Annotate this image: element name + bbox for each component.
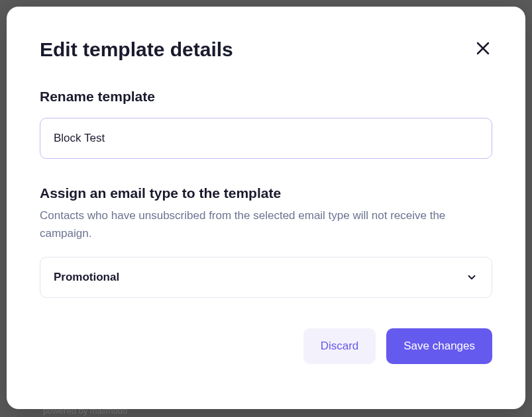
modal-actions: Discard Save changes <box>40 328 492 364</box>
chevron-down-icon <box>465 271 478 284</box>
save-changes-button[interactable]: Save changes <box>386 328 492 364</box>
discard-button[interactable]: Discard <box>303 328 376 364</box>
modal-title: Edit template details <box>40 38 233 61</box>
email-type-select[interactable]: Promotional <box>40 257 492 298</box>
email-type-selected-value: Promotional <box>54 271 465 284</box>
email-type-section: Assign an email type to the template Con… <box>40 185 492 298</box>
edit-template-modal: Edit template details Rename template As… <box>7 7 525 409</box>
rename-label: Rename template <box>40 89 492 105</box>
email-type-label: Assign an email type to the template <box>40 185 492 201</box>
modal-header: Edit template details <box>40 38 492 61</box>
rename-section: Rename template <box>40 89 492 159</box>
close-button[interactable] <box>474 39 492 58</box>
template-name-input[interactable] <box>40 118 492 159</box>
close-icon <box>475 40 491 56</box>
email-type-description: Contacts who have unsubscribed from the … <box>40 207 492 242</box>
